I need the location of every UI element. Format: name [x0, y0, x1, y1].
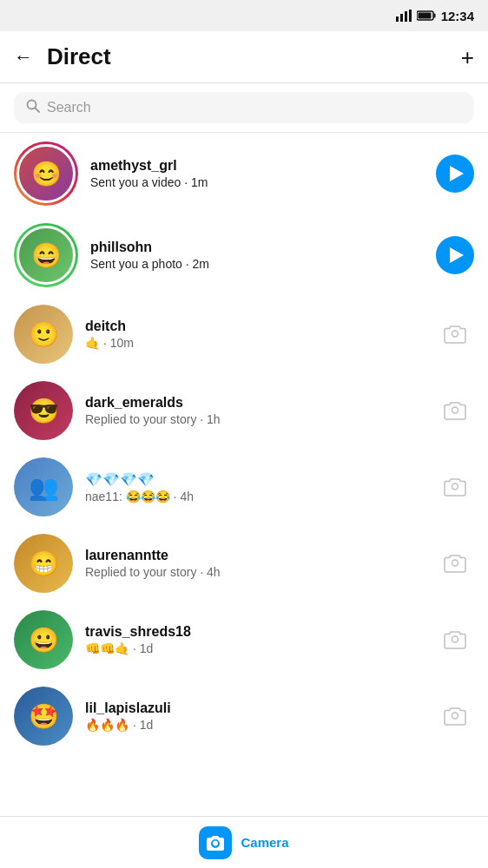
status-bar: 12:34: [0, 0, 488, 31]
conv-info: phillsohnSent you a photo · 2m: [90, 240, 424, 271]
conv-action[interactable]: [436, 236, 474, 274]
conv-action[interactable]: [436, 544, 474, 582]
header-left: ← Direct: [14, 43, 111, 70]
signal-icon: [396, 10, 412, 22]
new-message-button[interactable]: +: [461, 46, 474, 69]
conv-info: laurenanntteReplied to your story · 4h: [85, 548, 424, 579]
conv-action[interactable]: [436, 468, 474, 506]
avatar: 😁: [14, 534, 73, 593]
conv-info: dark_emeraldsReplied to your story · 1h: [85, 395, 424, 426]
header: ← Direct +: [0, 31, 488, 83]
conv-preview: 🤙 · 10m: [85, 336, 424, 350]
conv-action[interactable]: [436, 697, 474, 735]
conv-preview: 🔥🔥🔥 · 1d: [85, 718, 424, 732]
conv-info: amethyst_grlSent you a video · 1m: [90, 158, 424, 189]
play-icon: [450, 247, 464, 263]
play-icon: [450, 166, 464, 181]
battery-icon: [417, 10, 436, 21]
list-item[interactable]: 🙂deitch🤙 · 10m: [0, 296, 488, 372]
conversation-list: 😊amethyst_grlSent you a video · 1m😄phill…: [0, 133, 488, 820]
list-item[interactable]: 🤩lil_lapislazuli🔥🔥🔥 · 1d: [0, 678, 488, 754]
conv-action[interactable]: [436, 155, 474, 193]
svg-line-8: [36, 108, 40, 113]
conv-info: travis_shreds18👊👊🤙 · 1d: [85, 624, 424, 655]
conv-username: dark_emeralds: [85, 395, 424, 411]
bottom-bar[interactable]: Camera: [0, 816, 488, 868]
conv-username: 💎💎💎💎: [85, 471, 424, 488]
conv-preview: nae11: 😂😂😂 · 4h: [85, 490, 424, 503]
status-time: 12:34: [441, 9, 474, 23]
conv-username: phillsohn: [90, 240, 424, 255]
page-title: Direct: [47, 43, 111, 70]
list-item[interactable]: 😁laurenanntteReplied to your story · 4h: [0, 525, 488, 602]
avatar: 😎: [14, 381, 73, 440]
avatar: 🤩: [14, 687, 73, 746]
avatar: 😀: [14, 610, 73, 669]
svg-rect-2: [405, 11, 407, 22]
conv-info: 💎💎💎💎nae11: 😂😂😂 · 4h: [85, 471, 424, 503]
camera-icon: [444, 554, 466, 573]
conv-preview: Sent you a photo · 2m: [90, 257, 424, 271]
conv-info: deitch🤙 · 10m: [85, 319, 424, 350]
camera-icon: [444, 630, 466, 649]
conv-preview: Replied to your story · 4h: [85, 565, 424, 579]
list-item[interactable]: 😊amethyst_grlSent you a video · 1m: [0, 133, 488, 214]
camera-icon: [444, 325, 466, 344]
conv-username: deitch: [85, 319, 424, 334]
back-button[interactable]: ←: [14, 46, 33, 69]
play-button[interactable]: [436, 236, 474, 274]
avatar: 🙂: [14, 305, 73, 364]
camera-label: Camera: [241, 835, 288, 850]
avatar: 😄: [14, 223, 78, 287]
search-input[interactable]: Search: [47, 100, 91, 115]
status-icons: 12:34: [396, 9, 474, 23]
conv-username: amethyst_grl: [90, 158, 424, 174]
svg-rect-6: [418, 13, 431, 19]
conv-username: laurenanntte: [85, 548, 424, 563]
conv-username: lil_lapislazuli: [85, 700, 424, 716]
camera-icon: [444, 401, 466, 420]
svg-rect-5: [433, 14, 435, 18]
conv-preview: 👊👊🤙 · 1d: [85, 641, 424, 655]
conv-action[interactable]: [436, 391, 474, 430]
svg-rect-1: [400, 14, 403, 22]
conv-info: lil_lapislazuli🔥🔥🔥 · 1d: [85, 700, 424, 732]
search-input-wrapper[interactable]: Search: [14, 92, 474, 123]
svg-rect-3: [409, 10, 412, 22]
list-item[interactable]: 😎dark_emeraldsReplied to your story · 1h: [0, 372, 488, 449]
list-item[interactable]: 👥💎💎💎💎nae11: 😂😂😂 · 4h: [0, 449, 488, 525]
conv-action[interactable]: [436, 621, 474, 659]
camera-icon: [444, 707, 466, 726]
conv-preview: Sent you a video · 1m: [90, 175, 424, 189]
camera-icon: [444, 477, 466, 496]
conv-username: travis_shreds18: [85, 624, 424, 640]
list-item[interactable]: 😄phillsohnSent you a photo · 2m: [0, 214, 488, 296]
list-item[interactable]: 😀travis_shreds18👊👊🤙 · 1d: [0, 602, 488, 678]
search-bar: Search: [0, 83, 488, 133]
camera-icon: [199, 826, 232, 859]
play-button[interactable]: [436, 155, 474, 193]
avatar: 😊: [14, 141, 78, 206]
avatar: 👥: [14, 457, 73, 516]
conv-preview: Replied to your story · 1h: [85, 412, 424, 426]
search-icon: [26, 99, 40, 116]
conv-action[interactable]: [436, 315, 474, 353]
svg-rect-0: [396, 16, 399, 22]
